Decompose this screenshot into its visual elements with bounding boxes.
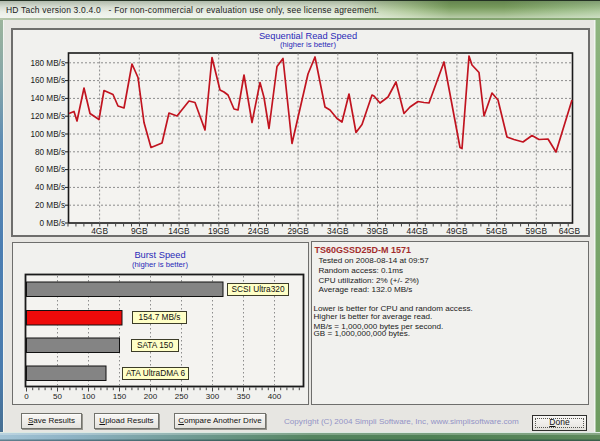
svg-text:64GB: 64GB xyxy=(559,226,581,236)
svg-text:49GB: 49GB xyxy=(446,226,468,236)
svg-text:54GB: 54GB xyxy=(486,226,508,236)
svg-text:9GB: 9GB xyxy=(131,226,148,236)
svg-text:60 MB/s: 60 MB/s xyxy=(35,165,65,174)
svg-text:300: 300 xyxy=(206,392,220,401)
svg-text:120 MB/s: 120 MB/s xyxy=(30,112,65,121)
svg-text:39GB: 39GB xyxy=(367,226,389,236)
svg-text:160 MB/s: 160 MB/s xyxy=(30,76,65,85)
svg-text:0 MB/s: 0 MB/s xyxy=(40,219,65,228)
svg-text:180 MB/s: 180 MB/s xyxy=(30,59,65,68)
svg-text:19GB: 19GB xyxy=(208,226,230,236)
svg-text:350: 350 xyxy=(237,392,251,401)
svg-text:0: 0 xyxy=(24,392,29,401)
svg-text:150: 150 xyxy=(113,392,127,401)
svg-text:250: 250 xyxy=(175,392,189,401)
svg-text:29GB: 29GB xyxy=(287,226,309,236)
svg-text:20 MB/s: 20 MB/s xyxy=(35,201,65,210)
svg-text:44GB: 44GB xyxy=(406,226,428,236)
svg-text:14GB: 14GB xyxy=(168,226,190,236)
svg-text:80 MB/s: 80 MB/s xyxy=(35,148,65,157)
svg-text:100: 100 xyxy=(82,392,96,401)
svg-text:400: 400 xyxy=(268,392,282,401)
svg-text:4GB: 4GB xyxy=(91,226,108,236)
svg-text:200: 200 xyxy=(144,392,158,401)
svg-text:100 MB/s: 100 MB/s xyxy=(30,130,65,139)
svg-text:140 MB/s: 140 MB/s xyxy=(30,94,65,103)
svg-text:59GB: 59GB xyxy=(526,226,548,236)
svg-text:34GB: 34GB xyxy=(327,226,349,236)
svg-text:40 MB/s: 40 MB/s xyxy=(35,183,65,192)
svg-text:50: 50 xyxy=(53,392,62,401)
svg-text:24GB: 24GB xyxy=(248,226,270,236)
